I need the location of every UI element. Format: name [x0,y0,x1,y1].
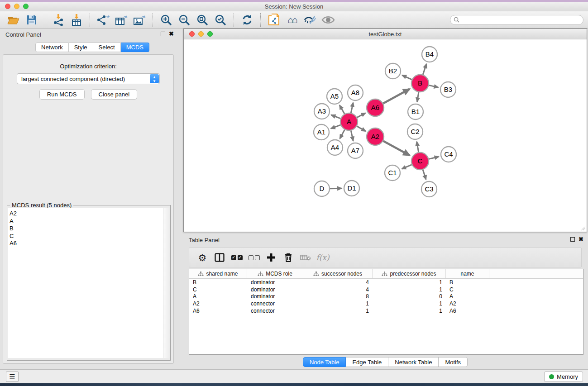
search-input[interactable] [450,15,583,25]
node-B1[interactable]: B1 [408,104,423,119]
edge-A-A4[interactable] [340,130,345,139]
node-A5[interactable]: A5 [327,89,342,104]
node-C2[interactable]: C2 [407,124,423,139]
function-builder-button[interactable]: f(x) [314,249,331,266]
edge-C-C4[interactable] [429,157,439,159]
node-B[interactable]: B [411,75,429,92]
edge-A6-B[interactable] [383,89,410,104]
edge-A-A5[interactable] [339,105,344,114]
add-column-button[interactable] [263,249,280,266]
delete-table-button[interactable] [297,249,314,266]
edge-C-C2[interactable] [417,142,419,152]
node-A7[interactable]: A7 [348,143,363,158]
tab-select[interactable]: Select [93,43,121,52]
zoom-out-button[interactable] [175,13,193,27]
edge-B-B4[interactable] [423,64,426,75]
edge-A-A3[interactable] [331,115,341,119]
float-panel-icon[interactable] [161,32,165,36]
refresh-button[interactable] [238,13,256,27]
column-header-successor-nodes[interactable]: successor nodes [303,269,373,278]
mcds-result-item[interactable]: B [10,225,163,233]
tab-mcds[interactable]: MCDS [121,43,149,52]
edge-B-B2[interactable] [402,75,412,80]
edge-A-A8[interactable] [351,103,353,113]
node-C1[interactable]: C1 [385,165,400,181]
node-A2[interactable]: A2 [367,128,384,145]
zoom-in-button[interactable] [157,13,175,27]
unselect-all-columns-button[interactable] [245,249,263,266]
close-panel-icon[interactable]: ✖ [169,32,174,36]
node-A4[interactable]: A4 [327,140,343,155]
split-view-button[interactable] [211,249,228,266]
mcds-list-scrollbar[interactable] [163,208,170,358]
table-row[interactable]: Adominator80A [189,293,583,300]
column-header-predecessor-nodes[interactable]: predecessor nodes [373,269,446,278]
close-panel-button[interactable]: Close panel [91,89,138,100]
tab-motifs[interactable]: Motifs [439,357,468,367]
network-canvas[interactable]: B4B2BB3A8A5A6B1A3AC2A1A2A4A7C4CC1C3DD1 [184,39,587,232]
mcds-result-item[interactable]: A6 [10,240,163,248]
node-D1[interactable]: D1 [344,181,359,196]
column-header-name[interactable]: name [446,269,489,278]
zoom-fit-button[interactable] [193,13,211,27]
run-mcds-button[interactable]: Run MCDS [39,89,85,100]
table-row[interactable]: Cdominator41C [189,286,583,293]
edge-B-B3[interactable] [429,85,439,87]
edge-A2-C[interactable] [383,141,410,156]
task-history-button[interactable]: ☰ [6,372,19,382]
node-A[interactable]: A [340,113,358,130]
node-B4[interactable]: B4 [422,47,437,62]
hide-selected-button[interactable] [301,13,319,27]
node-A3[interactable]: A3 [314,104,330,119]
network-window-titlebar[interactable]: testGlobe.txt [184,29,587,39]
criterion-select[interactable]: largest connected component (directed) ▲… [17,73,160,84]
tab-node-table[interactable]: Node Table [303,357,346,367]
save-session-button[interactable] [23,13,41,27]
tab-network[interactable]: Network [35,43,69,52]
node-A6[interactable]: A6 [367,99,384,116]
network-graph[interactable]: B4B2BB3A8A5A6B1A3AC2A1A2A4A7C4CC1C3DD1 [184,39,587,232]
edge-C-C3[interactable] [423,170,426,180]
node-A1[interactable]: A1 [314,124,329,140]
edge-A-A1[interactable] [331,125,340,129]
zoom-selected-button[interactable] [211,13,229,27]
houses-button[interactable]: ⌂⌂ [283,13,301,27]
table-settings-button[interactable]: ⚙ [194,249,211,266]
table-row[interactable]: A2connector11A2 [189,300,583,307]
delete-column-button[interactable] [280,249,297,266]
node-C3[interactable]: C3 [421,181,437,197]
import-network-button[interactable] [49,13,67,27]
node-C4[interactable]: C4 [441,147,456,162]
table-row[interactable]: Bdominator41B [189,279,583,286]
table-row[interactable]: A6connector11A6 [189,307,583,315]
node-A8[interactable]: A8 [348,85,363,100]
tab-network-table[interactable]: Network Table [388,357,439,367]
import-table-button[interactable] [67,13,86,27]
edge-A-A6[interactable] [357,113,366,118]
node-B3[interactable]: B3 [440,82,456,97]
edge-C-C1[interactable] [402,165,412,169]
resize-grip-icon[interactable] [580,225,586,231]
node-B2[interactable]: B2 [385,63,401,79]
column-header-shared-name[interactable]: shared name [189,269,247,278]
mcds-result-item[interactable]: A2 [10,210,163,218]
mcds-result-item[interactable]: C [10,233,163,240]
tab-style[interactable]: Style [69,43,93,52]
edge-B-B1[interactable] [417,92,419,102]
export-table-button[interactable] [112,13,130,27]
memory-button[interactable]: Memory [544,372,583,382]
column-header-MCDS-role[interactable]: MCDS role [247,269,303,278]
tab-edge-table[interactable]: Edge Table [346,357,388,367]
new-network-file-button[interactable] [265,13,283,27]
mcds-result-list[interactable]: A2ABCA6 [8,208,163,358]
select-all-columns-button[interactable]: ✓✓ [228,249,245,266]
open-file-button[interactable] [5,13,23,27]
export-image-button[interactable] [130,13,148,27]
export-network-button[interactable] [94,13,112,27]
close-table-panel-icon[interactable]: ✖ [578,237,583,242]
show-all-button[interactable] [319,13,337,27]
mcds-result-item[interactable]: A [10,218,163,225]
float-table-panel-icon[interactable] [570,237,575,242]
node-D[interactable]: D [314,181,330,196]
edge-A-A7[interactable] [351,131,353,141]
